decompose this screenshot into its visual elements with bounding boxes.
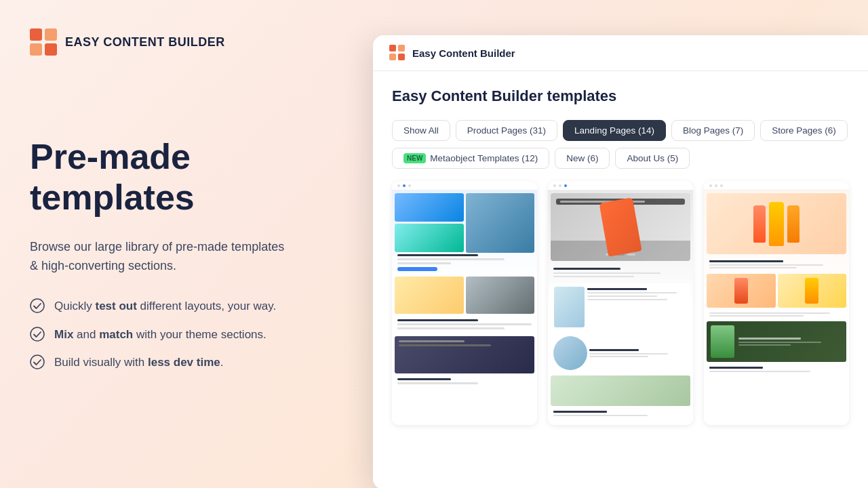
app-header: Easy Content Builder [373,35,868,71]
filter-metaobject[interactable]: NEW Metaobject Templates (12) [392,148,549,169]
filter-product-pages[interactable]: Product Pages (31) [456,120,557,141]
template-card-2[interactable] [548,181,693,425]
left-panel: EASY CONTENT BUILDER Pre-made templates … [0,0,393,488]
template-grid [392,181,849,425]
svg-rect-0 [30,28,42,41]
new-badge-label: NEW [403,153,426,163]
feature-text-3: Build visually with less dev time. [54,354,223,371]
svg-point-4 [31,299,44,312]
check-icon-3 [30,354,45,369]
filter-row-1: Show All Product Pages (31) Landing Page… [392,120,849,141]
svg-rect-1 [45,28,57,41]
filter-blog-pages[interactable]: Blog Pages (7) [671,120,755,141]
template-preview-1 [392,181,537,425]
filter-show-all[interactable]: Show All [392,120,450,141]
filter-landing-pages[interactable]: Landing Pages (14) [563,120,666,141]
check-icon-2 [30,327,45,342]
check-icon-1 [30,298,45,313]
hero-subtitle: Browse our large library of pre-made tem… [30,237,363,277]
svg-rect-8 [398,45,405,52]
feature-item-1: Quickly test out different layouts, your… [30,298,363,315]
app-window: Easy Content Builder Easy Content Builde… [373,35,868,488]
template-card-1[interactable] [392,181,537,425]
feature-text-2: Mix and match with your theme sections. [54,326,267,344]
svg-rect-7 [389,45,396,52]
feature-text-1: Quickly test out different layouts, your… [54,298,276,315]
feature-list: Quickly test out different layouts, your… [30,298,363,371]
template-preview-2 [548,181,693,425]
filter-about-us[interactable]: About Us (5) [615,148,690,169]
filter-new[interactable]: New (6) [555,148,610,169]
svg-rect-3 [45,43,57,56]
feature-item-3: Build visually with less dev time. [30,354,363,371]
svg-rect-10 [398,54,405,60]
template-card-3[interactable] [704,181,849,425]
svg-rect-2 [30,43,42,56]
svg-point-5 [31,327,44,341]
app-mockup: Easy Content Builder Easy Content Builde… [373,35,868,488]
app-window-logo [389,45,406,61]
hero-title: Pre-made templates [30,137,363,218]
svg-point-6 [31,355,44,369]
filter-store-pages[interactable]: Store Pages (6) [760,120,848,141]
template-preview-3 [704,181,849,425]
app-logo-icon [30,28,57,56]
svg-rect-9 [389,54,396,60]
logo-text: EASY CONTENT BUILDER [65,35,225,49]
app-header-title: Easy Content Builder [412,47,515,59]
logo-bar: EASY CONTENT BUILDER [30,28,363,56]
templates-title: Easy Content Builder templates [392,87,849,105]
app-content: Easy Content Builder templates Show All … [373,71,868,488]
feature-item-2: Mix and match with your theme sections. [30,326,363,344]
filter-row-2: NEW Metaobject Templates (12) New (6) Ab… [392,148,849,169]
filter-metaobject-label: Metaobject Templates (12) [430,153,538,163]
